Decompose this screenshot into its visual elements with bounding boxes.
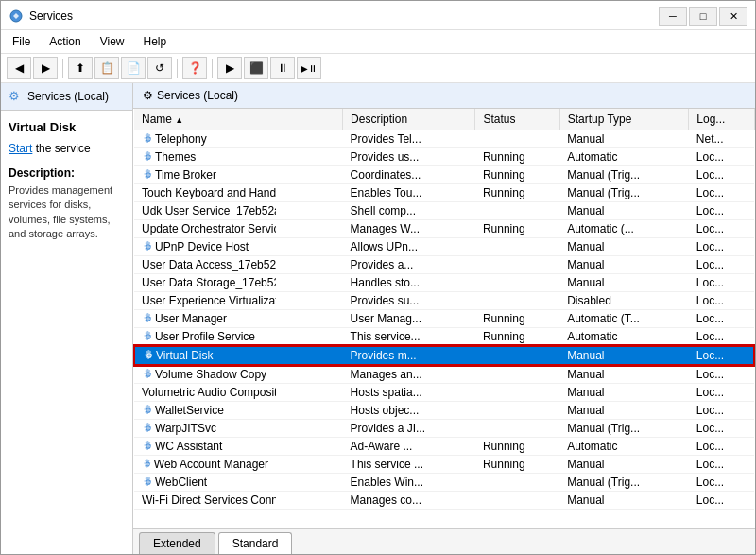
service-desc-cell: Manages co... xyxy=(343,492,475,510)
services-list: Name ▲ Description Status Startup Type L… xyxy=(133,109,755,510)
toolbar-start[interactable]: ▶ xyxy=(217,57,242,79)
table-row[interactable]: WarpJITSvcProvides a JI...Manual (Trig..… xyxy=(134,420,754,438)
toolbar-back[interactable]: ◀ xyxy=(7,57,31,79)
service-name-text: Volume Shadow Copy xyxy=(155,368,266,381)
toolbar-stop[interactable]: ⬛ xyxy=(244,57,268,79)
toolbar-restart[interactable]: ▶⏸ xyxy=(297,57,321,79)
service-status-cell xyxy=(475,420,559,438)
service-name-text: Udk User Service_17eb52af xyxy=(142,204,276,217)
service-desc-cell: Enables Win... xyxy=(343,474,475,492)
service-startup-cell: Manual (Trig... xyxy=(559,184,689,202)
service-status-cell xyxy=(475,256,559,274)
service-name-cell: Udk User Service_17eb52af xyxy=(134,202,276,219)
toolbar-sep-2 xyxy=(177,59,178,78)
menu-action[interactable]: Action xyxy=(42,32,88,51)
description-label: Description: xyxy=(9,166,125,180)
service-status-cell xyxy=(475,274,559,292)
start-service-link[interactable]: Start xyxy=(9,142,32,155)
table-row[interactable]: Volumetric Audio Composit...Hosts spatia… xyxy=(134,384,754,402)
table-row[interactable]: User ManagerUser Manag...RunningAutomati… xyxy=(134,310,754,328)
table-row[interactable]: Touch Keyboard and Hand...Enables Tou...… xyxy=(134,184,754,202)
service-name-cell: User Data Access_17eb52af xyxy=(134,256,276,273)
table-row[interactable]: Volume Shadow CopyManages an...ManualLoc… xyxy=(134,365,754,384)
maximize-button[interactable]: □ xyxy=(689,7,717,26)
service-name-text: Virtual Disk xyxy=(156,349,213,362)
service-status-cell: Running xyxy=(475,148,559,166)
menu-file[interactable]: File xyxy=(5,32,38,51)
service-status-cell xyxy=(475,346,559,365)
service-desc-cell: Shell comp... xyxy=(343,202,475,220)
table-row[interactable]: Web Account ManagerThis service ...Runni… xyxy=(134,456,754,474)
service-name-cell: WalletService xyxy=(134,402,276,419)
service-name-cell: User Manager xyxy=(134,310,276,327)
action-suffix: the service xyxy=(32,142,90,155)
service-log-cell: Loc... xyxy=(689,220,754,238)
service-log-cell: Loc... xyxy=(689,238,754,256)
services-icon: ⚙ xyxy=(9,89,24,104)
col-description[interactable]: Description xyxy=(343,109,475,130)
table-row[interactable]: ThemesProvides us...RunningAutomaticLoc.… xyxy=(134,148,754,166)
service-name-text: User Manager xyxy=(155,312,227,325)
service-desc-cell: This service ... xyxy=(343,456,475,474)
service-status-cell: Running xyxy=(475,184,559,202)
table-row[interactable]: TelephonyProvides Tel...ManualNet... xyxy=(134,130,754,148)
table-row[interactable]: WalletServiceHosts objec...ManualLoc... xyxy=(134,402,754,420)
right-panel-header: ⚙ Services (Local) xyxy=(133,83,755,109)
service-startup-cell: Manual xyxy=(559,202,689,220)
menu-view[interactable]: View xyxy=(93,32,132,51)
service-name-text: Touch Keyboard and Hand... xyxy=(142,186,276,199)
service-log-cell: Loc... xyxy=(689,346,754,365)
table-row[interactable]: WC AssistantAd-Aware ...RunningAutomatic… xyxy=(134,438,754,456)
service-log-cell: Loc... xyxy=(689,365,754,384)
toolbar-forward[interactable]: ▶ xyxy=(33,57,58,79)
minimize-button[interactable]: ─ xyxy=(659,7,687,26)
table-row[interactable]: User Data Storage_17eb52afHandles sto...… xyxy=(134,274,754,292)
toolbar-help[interactable]: ❓ xyxy=(182,57,207,79)
toolbar-pause[interactable]: ⏸ xyxy=(270,57,295,79)
service-status-cell: Running xyxy=(475,166,559,184)
service-startup-cell: Manual xyxy=(559,384,689,402)
table-row[interactable]: User Data Access_17eb52afProvides a...Ma… xyxy=(134,256,754,274)
table-row[interactable]: Udk User Service_17eb52afShell comp...Ma… xyxy=(134,202,754,220)
table-row[interactable]: User Experience Virtualizati...Provides … xyxy=(134,292,754,310)
service-name-cell: User Data Storage_17eb52af xyxy=(134,274,276,291)
services-table-container[interactable]: Name ▲ Description Status Startup Type L… xyxy=(133,109,755,528)
toolbar-refresh[interactable]: ↺ xyxy=(147,57,172,79)
col-startup[interactable]: Startup Type xyxy=(559,109,689,130)
col-log[interactable]: Log... xyxy=(689,109,754,130)
toolbar-up[interactable]: ⬆ xyxy=(68,57,93,79)
tab-extended[interactable]: Extended xyxy=(139,532,215,554)
toolbar-list[interactable]: 📄 xyxy=(121,57,146,79)
service-name-text: Web Account Manager xyxy=(154,458,268,471)
service-status-cell: Running xyxy=(475,328,559,347)
service-desc-cell: Allows UPn... xyxy=(343,238,475,256)
table-row[interactable]: Update Orchestrator ServiceManages W...R… xyxy=(134,220,754,238)
toolbar-show-hide[interactable]: 📋 xyxy=(94,57,119,79)
service-status-cell xyxy=(475,492,559,510)
col-name[interactable]: Name ▲ xyxy=(134,109,343,130)
service-startup-cell: Manual xyxy=(559,346,689,365)
service-startup-cell: Manual xyxy=(559,238,689,256)
menu-bar: File Action View Help xyxy=(1,30,755,54)
col-status[interactable]: Status xyxy=(475,109,559,130)
table-row[interactable]: Virtual DiskProvides m...ManualLoc... xyxy=(134,346,754,365)
menu-help[interactable]: Help xyxy=(136,32,175,51)
tab-standard[interactable]: Standard xyxy=(218,532,293,554)
table-row[interactable]: WebClientEnables Win...Manual (Trig...Lo… xyxy=(134,474,754,492)
service-startup-cell: Manual (Trig... xyxy=(559,166,689,184)
service-name-text: Volumetric Audio Composit... xyxy=(142,386,276,399)
toolbar-sep-3 xyxy=(212,59,213,78)
service-log-cell: Loc... xyxy=(689,184,754,202)
service-log-cell: Loc... xyxy=(689,328,754,347)
close-button[interactable]: ✕ xyxy=(719,7,747,26)
table-row[interactable]: User Profile ServiceThis service...Runni… xyxy=(134,328,754,347)
table-row[interactable]: Wi-Fi Direct Services Conne...Manages co… xyxy=(134,492,754,510)
table-row[interactable]: UPnP Device HostAllows UPn...ManualLoc..… xyxy=(134,238,754,256)
service-name-text: User Data Storage_17eb52af xyxy=(142,276,276,289)
service-desc-cell: User Manag... xyxy=(343,310,475,328)
service-name-text: Wi-Fi Direct Services Conne... xyxy=(142,494,276,507)
service-log-cell: Loc... xyxy=(689,402,754,420)
table-row[interactable]: Time BrokerCoordinates...RunningManual (… xyxy=(134,166,754,184)
service-name-text: Time Broker xyxy=(155,168,216,182)
service-name-cell: Time Broker xyxy=(134,166,276,183)
